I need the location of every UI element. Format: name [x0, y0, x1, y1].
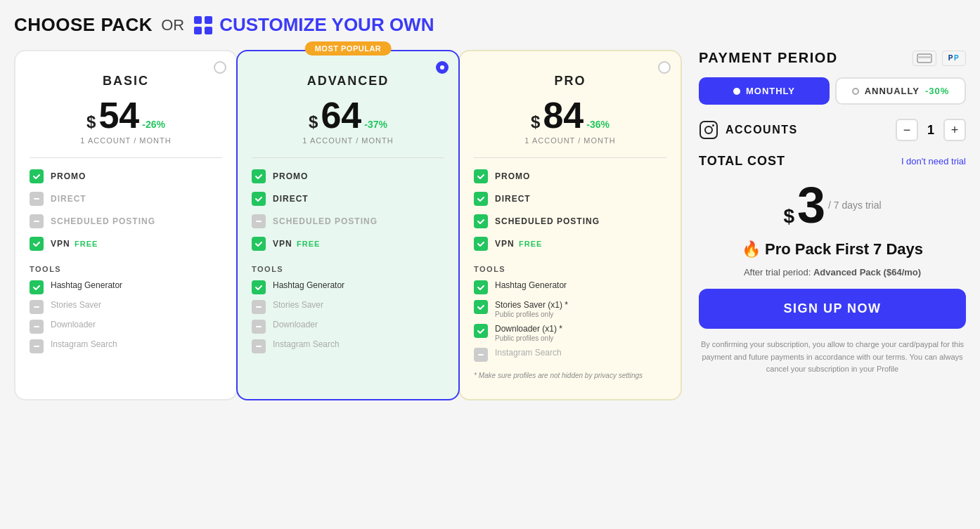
- customize-link[interactable]: CUSTOMIZE YOUR OWN: [193, 14, 434, 36]
- accounts-row: ACCOUNTS − 1 +: [699, 119, 966, 141]
- tool-label-search-pro: Instagram Search: [495, 348, 562, 358]
- main-layout: BASIC $ 54 -26% 1 ACCOUNT / MONTH PROMO: [14, 50, 966, 400]
- payment-title: PAYMENT PERIOD PP: [699, 50, 966, 66]
- feature-label-vpn-basic: VPN FREE: [51, 239, 98, 249]
- feature-scheduled-pro: SCHEDULED POSTING: [474, 210, 666, 233]
- plan-radio-basic[interactable]: [214, 61, 226, 74]
- tool-hashtag-advanced: Hashtag Generator: [252, 277, 444, 297]
- privacy-note-pro: * Make sure profiles are not hidden by p…: [474, 372, 666, 379]
- svg-rect-6: [700, 122, 717, 138]
- promo-emoji: 🔥: [742, 240, 761, 258]
- tool-sublabel-stories-pro: Public profiles only: [495, 311, 568, 318]
- check-icon-hashtag-pro: [474, 280, 488, 294]
- plan-card-basic[interactable]: BASIC $ 54 -26% 1 ACCOUNT / MONTH PROMO: [14, 50, 238, 400]
- feature-scheduled-basic: SCHEDULED POSTING: [30, 210, 222, 233]
- svg-rect-3: [205, 27, 212, 34]
- period-toggle: MONTHLY ANNUALLY -30%: [699, 77, 966, 105]
- tool-label-stories-pro: Stories Saver (x1) *: [495, 300, 568, 310]
- svg-rect-2: [194, 27, 202, 34]
- plan-period-pro: 1 ACCOUNT / MONTH: [474, 136, 666, 145]
- monthly-btn[interactable]: MONTHLY: [699, 77, 830, 105]
- price-dollar-advanced: $: [309, 112, 318, 132]
- feature-label-vpn-pro: VPN FREE: [495, 239, 542, 249]
- check-icon-promo-pro: [474, 169, 488, 183]
- check-icon-downloader-pro: [474, 324, 488, 338]
- after-trial-label: After trial period:: [744, 267, 811, 277]
- tool-label-hashtag-advanced: Hashtag Generator: [273, 280, 344, 290]
- tool-label-hashtag-pro: Hashtag Generator: [495, 280, 567, 290]
- svg-point-7: [705, 126, 712, 133]
- feature-vpn-basic: VPN FREE: [30, 233, 222, 255]
- price-amount-pro: 84: [543, 97, 584, 133]
- feature-direct-basic: DIRECT: [30, 188, 222, 210]
- accounts-label: ACCOUNTS: [699, 120, 887, 140]
- dash-icon-scheduled-advanced: [252, 214, 266, 228]
- feature-label-scheduled-advanced: SCHEDULED POSTING: [273, 216, 378, 226]
- plan-name-basic: BASIC: [30, 74, 222, 89]
- annually-label: ANNUALLY: [865, 86, 920, 96]
- decrement-accounts-btn[interactable]: −: [896, 119, 918, 141]
- dash-icon-stories-advanced: [252, 300, 266, 314]
- dash-icon-search-advanced: [252, 339, 266, 353]
- accounts-count: 1: [924, 123, 938, 138]
- confirm-text: By confirming your subscription, you all…: [699, 339, 966, 376]
- trial-price-display: $ 3 / 7 days trial: [699, 180, 966, 230]
- tool-search-basic: Instagram Search: [30, 337, 222, 356]
- free-badge-vpn-pro: FREE: [519, 240, 542, 248]
- feature-vpn-pro: VPN FREE: [474, 233, 666, 255]
- svg-rect-5: [917, 56, 931, 58]
- no-trial-link[interactable]: I don't need trial: [901, 156, 966, 166]
- plan-radio-pro[interactable]: [658, 61, 671, 74]
- feature-label-promo-basic: PROMO: [51, 171, 86, 181]
- instagram-icon: [699, 120, 718, 140]
- tool-hashtag-basic: Hashtag Generator: [30, 277, 222, 297]
- annually-btn[interactable]: ANNUALLY -30%: [835, 77, 966, 105]
- annually-discount: -30%: [925, 86, 949, 96]
- feature-label-scheduled-pro: SCHEDULED POSTING: [495, 216, 600, 226]
- payment-icons: PP: [913, 51, 966, 66]
- tool-stories-basic: Stories Saver: [30, 297, 222, 317]
- plan-radio-advanced[interactable]: [436, 61, 449, 74]
- price-dollar-pro: $: [531, 112, 540, 132]
- monthly-dot: [733, 88, 740, 95]
- plan-period-advanced: 1 ACCOUNT / MONTH: [252, 136, 444, 145]
- plan-card-pro[interactable]: PRO $ 84 -36% 1 ACCOUNT / MONTH PROMO: [458, 50, 682, 400]
- tool-stories-pro: Stories Saver (x1) * Public profiles onl…: [474, 297, 666, 321]
- dash-icon-downloader-advanced: [252, 320, 266, 334]
- plans-area: BASIC $ 54 -26% 1 ACCOUNT / MONTH PROMO: [14, 50, 682, 400]
- payment-panel: PAYMENT PERIOD PP: [699, 50, 966, 376]
- plan-price-pro: $ 84 -36%: [474, 97, 666, 133]
- svg-point-8: [712, 124, 714, 126]
- dash-icon-search-basic: [30, 339, 44, 353]
- grid-icon: [193, 15, 214, 36]
- feature-vpn-advanced: VPN FREE: [252, 233, 444, 255]
- check-icon-vpn-advanced: [252, 237, 266, 251]
- customize-label: CUSTOMIZE YOUR OWN: [219, 14, 434, 36]
- plan-price-advanced: $ 64 -37%: [252, 97, 444, 133]
- dash-icon-direct-basic: [30, 192, 44, 206]
- trial-price-section: $ 3 / 7 days trial: [699, 180, 966, 230]
- check-icon-stories-pro: [474, 300, 488, 314]
- check-icon-hashtag-advanced: [252, 280, 266, 294]
- divider-basic: [30, 157, 222, 158]
- tool-search-advanced: Instagram Search: [252, 337, 444, 356]
- paypal-icon: PP: [942, 51, 966, 66]
- feature-direct-pro: DIRECT: [474, 188, 666, 210]
- increment-accounts-btn[interactable]: +: [943, 119, 966, 141]
- feature-label-direct-advanced: DIRECT: [273, 194, 309, 204]
- feature-scheduled-advanced: SCHEDULED POSTING: [252, 210, 444, 233]
- after-trial: After trial period: Advanced Pack ($64/m…: [699, 267, 966, 277]
- signup-button[interactable]: SIGN UP NOW: [699, 289, 966, 329]
- tool-label-stories-advanced: Stories Saver: [273, 300, 323, 310]
- dash-icon-stories-basic: [30, 300, 44, 314]
- plan-card-advanced[interactable]: MOST POPULAR ADVANCED $ 64 -37% 1 ACCOUN…: [236, 50, 460, 400]
- or-text: OR: [161, 16, 184, 34]
- tool-label-hashtag-basic: Hashtag Generator: [51, 280, 122, 290]
- tool-downloader-pro: Downloader (x1) * Public profiles only: [474, 321, 666, 345]
- promo-title: 🔥 Pro Pack First 7 Days: [699, 240, 966, 259]
- accounts-stepper: − 1 +: [896, 119, 966, 141]
- feature-promo-basic: PROMO: [30, 165, 222, 188]
- tool-label-downloader-basic: Downloader: [51, 320, 96, 329]
- tool-stories-advanced: Stories Saver: [252, 297, 444, 317]
- tool-label-stories-basic: Stories Saver: [51, 300, 101, 310]
